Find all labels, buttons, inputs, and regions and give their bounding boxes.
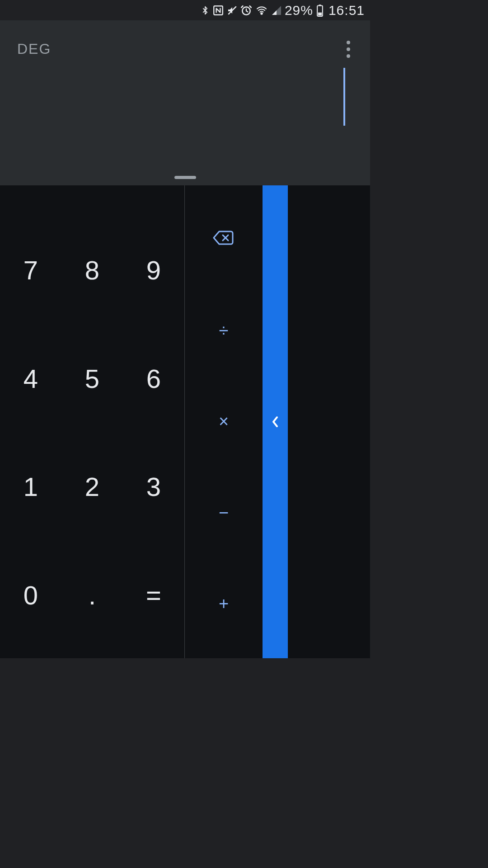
svg-rect-5 xyxy=(318,12,322,15)
display-area: DEG xyxy=(0,20,370,185)
backspace-icon xyxy=(213,230,235,250)
alarm-icon xyxy=(240,5,252,16)
svg-point-2 xyxy=(261,13,262,14)
input-cursor xyxy=(343,68,345,126)
nfc-icon xyxy=(212,5,224,16)
digit-6[interactable]: 6 xyxy=(123,324,184,433)
numpad: 7 8 9 4 5 6 1 2 3 0 . = xyxy=(0,185,184,658)
multiply-button[interactable]: × xyxy=(185,376,263,467)
chevron-left-icon xyxy=(271,415,280,429)
overflow-menu-button[interactable] xyxy=(338,38,359,60)
history-drag-handle[interactable] xyxy=(174,176,196,179)
digit-7[interactable]: 7 xyxy=(0,216,61,325)
delete-button[interactable] xyxy=(185,194,263,285)
digit-3[interactable]: 3 xyxy=(123,433,184,541)
digit-9[interactable]: 9 xyxy=(123,216,184,325)
calculator-app-screen: 29% 16:51 DEG 7 8 9 4 5 6 1 2 3 0 . xyxy=(0,0,370,658)
status-time: 16:51 xyxy=(328,3,365,18)
more-vert-icon xyxy=(347,41,350,44)
minus-button[interactable]: − xyxy=(185,467,263,558)
status-bar: 29% 16:51 xyxy=(0,0,370,20)
mute-icon xyxy=(227,5,238,16)
digit-2[interactable]: 2 xyxy=(61,433,123,541)
equals-button[interactable]: = xyxy=(123,541,184,649)
digit-8[interactable]: 8 xyxy=(61,216,123,325)
angle-mode-toggle[interactable]: DEG xyxy=(17,41,51,57)
battery-percent: 29% xyxy=(285,3,313,18)
digit-4[interactable]: 4 xyxy=(0,324,61,433)
plus-button[interactable]: + xyxy=(185,558,263,649)
decimal-point[interactable]: . xyxy=(61,541,123,649)
divide-button[interactable]: ÷ xyxy=(185,285,263,376)
svg-rect-4 xyxy=(319,5,321,6)
battery-icon xyxy=(316,4,324,17)
advanced-panel-toggle[interactable] xyxy=(263,185,288,658)
signal-icon xyxy=(271,5,282,16)
digit-0[interactable]: 0 xyxy=(0,541,61,649)
digit-1[interactable]: 1 xyxy=(0,433,61,541)
keypad: 7 8 9 4 5 6 1 2 3 0 . = ÷ × xyxy=(0,185,370,658)
digit-5[interactable]: 5 xyxy=(61,324,123,433)
wifi-icon xyxy=(255,5,268,16)
operator-column: ÷ × − + xyxy=(184,185,263,658)
bluetooth-icon xyxy=(201,4,210,17)
